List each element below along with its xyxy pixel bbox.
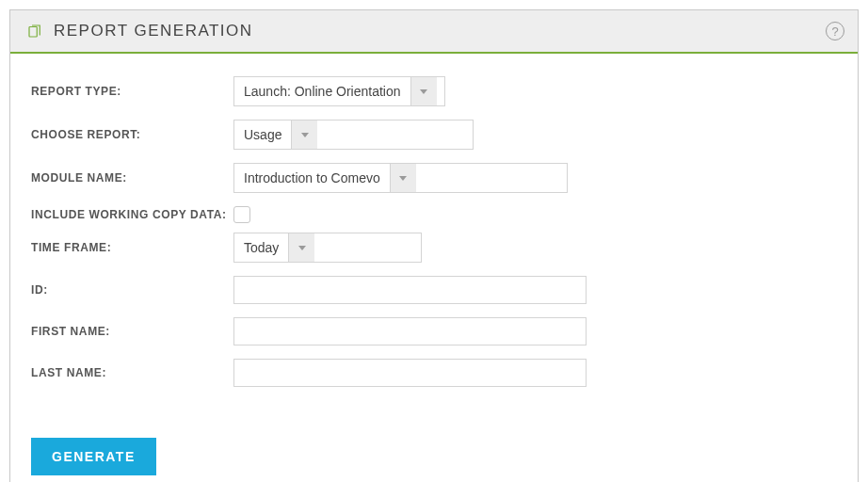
panel-title: REPORT GENERATION: [54, 22, 253, 40]
label-id: ID:: [31, 283, 233, 297]
svg-rect-0: [29, 27, 37, 38]
dropdown-time-frame[interactable]: Today: [233, 233, 422, 263]
dropdown-module-name[interactable]: Introduction to Comevo: [233, 163, 568, 193]
checkbox-include-working-copy[interactable]: [233, 206, 250, 223]
panel-body: REPORT TYPE: Launch: Online Orientation …: [10, 54, 858, 482]
label-first-name: FIRST NAME:: [31, 325, 233, 338]
dropdown-choose-report-value: Usage: [234, 120, 291, 149]
input-last-name[interactable]: [233, 359, 587, 387]
label-time-frame: TIME FRAME:: [31, 241, 233, 254]
label-include-working-copy: INCLUDE WORKING COPY DATA:: [31, 208, 233, 221]
dropdown-choose-report[interactable]: Usage: [233, 120, 474, 150]
dropdown-report-type-value: Launch: Online Orientation: [234, 77, 410, 105]
label-last-name: LAST NAME:: [31, 366, 233, 379]
chevron-down-icon[interactable]: [410, 77, 437, 105]
label-module-name: MODULE NAME:: [31, 171, 233, 185]
chevron-down-icon[interactable]: [291, 120, 317, 149]
report-generation-panel: REPORT GENERATION ? REPORT TYPE: Launch:…: [9, 9, 859, 482]
dropdown-time-frame-value: Today: [234, 233, 288, 262]
help-icon[interactable]: ?: [826, 22, 844, 40]
label-choose-report: CHOOSE REPORT:: [31, 128, 233, 141]
dropdown-report-type[interactable]: Launch: Online Orientation: [233, 76, 445, 106]
row-first-name: FIRST NAME:: [31, 317, 837, 345]
row-last-name: LAST NAME:: [31, 359, 837, 387]
generate-button[interactable]: GENERATE: [31, 438, 156, 475]
row-id: ID:: [31, 276, 837, 304]
input-id[interactable]: [233, 276, 587, 304]
chevron-down-icon[interactable]: [390, 164, 416, 192]
row-choose-report: CHOOSE REPORT: Usage: [31, 120, 837, 150]
documents-icon: [25, 22, 44, 40]
row-module-name: MODULE NAME: Introduction to Comevo: [31, 163, 837, 193]
row-time-frame: TIME FRAME: Today: [31, 233, 837, 263]
dropdown-module-name-value: Introduction to Comevo: [234, 164, 390, 192]
row-include-working-copy: INCLUDE WORKING COPY DATA:: [31, 206, 837, 223]
input-first-name[interactable]: [233, 317, 587, 345]
panel-header: REPORT GENERATION ?: [10, 10, 858, 54]
label-report-type: REPORT TYPE:: [31, 85, 233, 98]
row-report-type: REPORT TYPE: Launch: Online Orientation: [31, 76, 837, 106]
chevron-down-icon[interactable]: [288, 233, 314, 262]
